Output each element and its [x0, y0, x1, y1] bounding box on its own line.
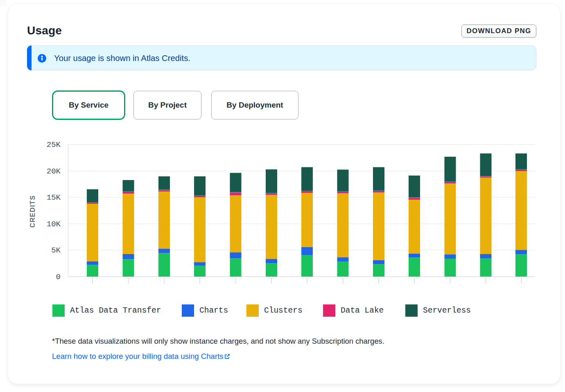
svg-text:15K: 15K — [47, 193, 61, 202]
svg-text:10K: 10K — [47, 220, 61, 229]
svg-text:20K: 20K — [47, 167, 61, 176]
svg-text:CREDITS: CREDITS — [29, 195, 36, 228]
svg-text:5K: 5K — [51, 246, 61, 255]
svg-text:0: 0 — [56, 273, 61, 282]
svg-text:25K: 25K — [47, 140, 61, 149]
